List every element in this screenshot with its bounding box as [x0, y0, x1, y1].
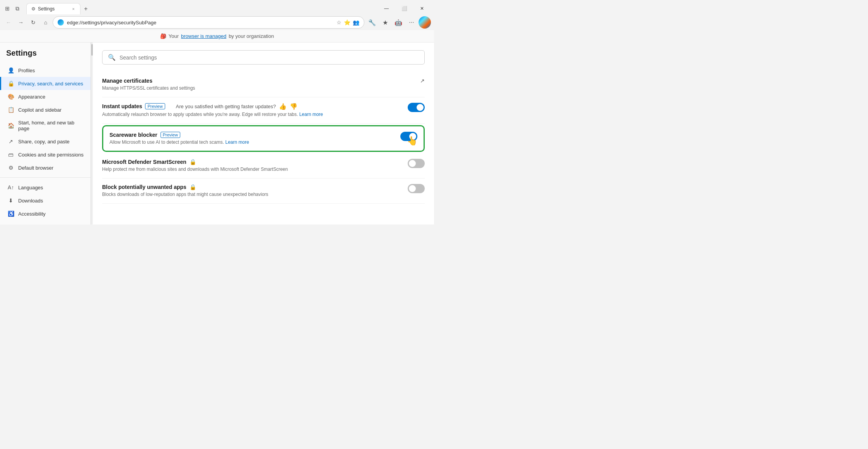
manage-certificates-info: Manage certificates Manage HTTPS/SSL cer…: [102, 78, 415, 92]
instant-updates-desc: Automatically relaunch browser to apply …: [102, 111, 403, 118]
settings-tab[interactable]: ⚙ Settings ×: [26, 3, 80, 14]
minimize-button[interactable]: —: [378, 2, 395, 15]
sidebar-item-copilot[interactable]: 📋 Copilot and sidebar: [0, 103, 91, 116]
info-bar: 🎒 Your browser is managed by your organi…: [0, 30, 434, 43]
sidebar-item-cookies[interactable]: 🗃 Cookies and site permissions: [0, 148, 91, 161]
sidebar-label-privacy: Privacy, search, and services: [18, 81, 83, 87]
sidebar-label-cookies: Cookies and site permissions: [18, 152, 84, 158]
back-button[interactable]: ←: [3, 17, 14, 28]
defender-desc: Help protect me from malicious sites and…: [102, 166, 403, 173]
sidebar-item-appearance[interactable]: 🎨 Appearance: [0, 90, 91, 103]
sidebar-item-default-browser[interactable]: ⚙ Default browser: [0, 161, 91, 174]
scareware-title: Scareware blocker Preview: [109, 132, 396, 138]
block-unwanted-item: Block potentially unwanted apps 🔒 Blocks…: [102, 179, 425, 204]
scareware-blocker-item: Scareware blocker Preview Allow Microsof…: [102, 125, 425, 152]
instant-updates-toggle[interactable]: [408, 103, 425, 112]
manage-certificates-desc: Manage HTTPS/SSL certificates and settin…: [102, 85, 415, 92]
maximize-button[interactable]: ⬜: [395, 2, 413, 15]
languages-icon: A↑: [7, 184, 14, 190]
forward-button[interactable]: →: [15, 17, 26, 28]
block-unwanted-info: Block potentially unwanted apps 🔒 Blocks…: [102, 184, 403, 198]
block-unwanted-toggle[interactable]: [408, 184, 425, 193]
info-text-before: Your: [169, 33, 179, 39]
block-unwanted-lock-icon: 🔒: [190, 184, 196, 190]
thumbs-down-icon[interactable]: 👎: [290, 103, 297, 110]
search-input[interactable]: [120, 54, 419, 61]
default-browser-icon: ⚙: [7, 165, 14, 171]
manage-certificates-item: Manage certificates Manage HTTPS/SSL cer…: [102, 72, 425, 97]
more-button[interactable]: ···: [405, 16, 418, 29]
copilot-icon: 📋: [7, 107, 14, 113]
favorites-button[interactable]: ★: [379, 16, 391, 29]
toolbar-icons: 🔧 ★ 🤖 ···: [366, 16, 431, 29]
defender-title: Microsoft Defender SmartScreen 🔒: [102, 159, 403, 165]
manage-certificates-title: Manage certificates: [102, 78, 415, 84]
sidebar-item-share-copy[interactable]: ↗ Share, copy, and paste: [0, 135, 91, 148]
tab-grid-btn[interactable]: ⧉: [13, 4, 22, 13]
refresh-button[interactable]: ↻: [28, 17, 39, 28]
sidebar-label-share-copy: Share, copy, and paste: [18, 139, 70, 145]
external-link-icon[interactable]: ↗: [420, 78, 425, 84]
defender-lock-icon: 🔒: [190, 159, 196, 165]
sidebar-label-accessibility: Accessibility: [18, 211, 46, 217]
instant-updates-title: Instant updates Preview Are you satisfie…: [102, 103, 403, 110]
edge-logo-icon: [58, 19, 64, 26]
scareware-info: Scareware blocker Preview Allow Microsof…: [109, 132, 396, 146]
sidebar-item-languages[interactable]: A↑ Languages: [0, 181, 91, 194]
thumbs-up-icon[interactable]: 👍: [279, 103, 287, 110]
instant-updates-info: Instant updates Preview Are you satisfie…: [102, 103, 403, 118]
search-bar[interactable]: 🔍: [102, 50, 425, 65]
search-icon: 🔍: [108, 54, 116, 61]
privacy-icon: 🔒: [7, 80, 14, 87]
instant-updates-preview-badge: Preview: [145, 103, 165, 109]
scareware-desc: Allow Microsoft to use AI to detect pote…: [109, 139, 396, 146]
managed-link[interactable]: browser is managed: [181, 33, 226, 39]
profile-button[interactable]: [419, 16, 431, 29]
instant-updates-item: Instant updates Preview Are you satisfie…: [102, 97, 425, 124]
sidebar-label-profiles: Profiles: [18, 68, 35, 73]
defender-item: Microsoft Defender SmartScreen 🔒 Help pr…: [102, 153, 425, 179]
favorites-icon[interactable]: ⭐: [344, 19, 350, 26]
instant-updates-learn-more[interactable]: Learn more: [299, 112, 323, 117]
defender-toggle[interactable]: [408, 159, 425, 168]
appearance-icon: 🎨: [7, 94, 14, 100]
new-tab-button[interactable]: +: [80, 3, 91, 14]
sidebar-label-copilot: Copilot and sidebar: [18, 107, 62, 113]
sidebar-item-privacy[interactable]: 🔒 Privacy, search, and services: [0, 77, 91, 90]
extensions-button[interactable]: 🔧: [366, 16, 378, 29]
tab-bar: ⊞ ⧉ ⚙ Settings × + — ⬜ ✕: [0, 0, 434, 15]
instant-updates-question: Are you satisfied with getting faster up…: [176, 104, 276, 109]
tab-button-group: ⊞ ⧉: [3, 4, 22, 13]
tab-list: ⚙ Settings × +: [26, 3, 376, 14]
address-bar[interactable]: edge://settings/privacy/securitySubPage …: [53, 16, 364, 29]
tab-settings-icon: ⚙: [31, 6, 36, 12]
window-controls: — ⬜ ✕: [378, 2, 431, 15]
sidebar-item-downloads[interactable]: ⬇ Downloads: [0, 194, 91, 207]
sidebar-item-profiles[interactable]: 👤 Profiles: [0, 64, 91, 77]
home-button[interactable]: ⌂: [40, 17, 51, 28]
scareware-preview-badge: Preview: [161, 132, 180, 138]
profiles-icon: 👤: [7, 67, 14, 73]
info-text-after: by your organization: [229, 33, 274, 39]
sidebar-label-default-browser: Default browser: [18, 165, 53, 171]
nav-bar: ← → ↻ ⌂ edge://settings/privacy/security…: [0, 15, 434, 30]
scareware-learn-more[interactable]: Learn more: [225, 139, 249, 145]
sidebar-toggle-btn[interactable]: ⊞: [3, 4, 12, 13]
copilot-button[interactable]: 🤖: [392, 16, 405, 29]
block-unwanted-desc: Blocks downloads of low-reputation apps …: [102, 191, 403, 198]
share-copy-icon: ↗: [7, 138, 14, 145]
sidebar-item-start-home[interactable]: 🏠 Start, home, and new tab page: [0, 116, 91, 135]
profile-people-icon[interactable]: 👥: [353, 19, 359, 26]
sidebar-item-accessibility[interactable]: ♿ Accessibility: [0, 207, 91, 220]
tab-close-btn[interactable]: ×: [72, 6, 75, 12]
sidebar-label-downloads: Downloads: [18, 198, 43, 204]
sidebar-label-appearance: Appearance: [18, 94, 45, 100]
browser-frame: ⊞ ⧉ ⚙ Settings × + — ⬜ ✕ ← → ↻ ⌂ edge://…: [0, 0, 434, 43]
main-layout: Settings 👤 Profiles 🔒 Privacy, search, a…: [0, 43, 434, 224]
info-icon: 🎒: [160, 33, 166, 39]
start-home-icon: 🏠: [7, 122, 14, 129]
content-area: 🔍 Manage certificates Manage HTTPS/SSL c…: [93, 43, 434, 224]
block-unwanted-title: Block potentially unwanted apps 🔒: [102, 184, 403, 190]
star-icon[interactable]: ☆: [337, 19, 342, 26]
close-button[interactable]: ✕: [413, 2, 431, 15]
